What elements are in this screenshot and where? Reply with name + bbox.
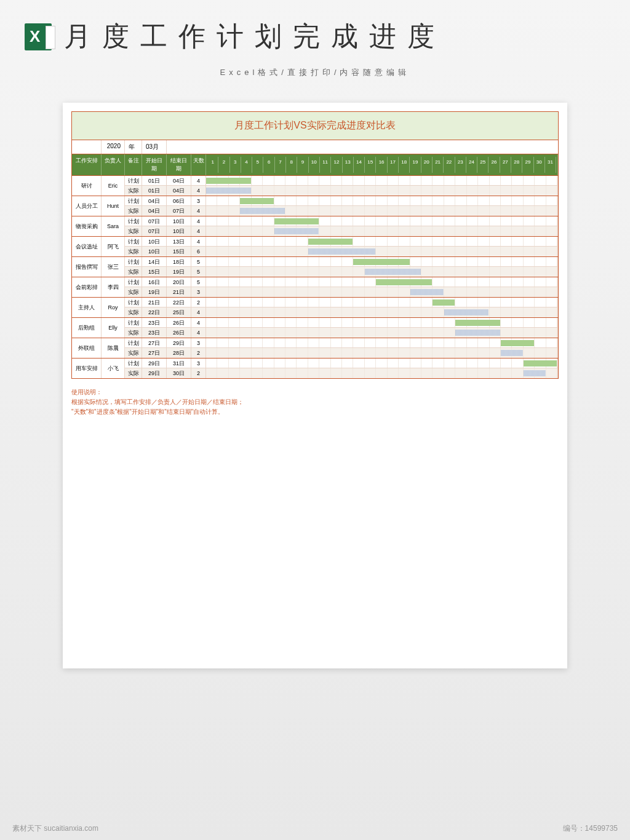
day-col: 17 [388, 157, 399, 173]
actual-end: 07日 [167, 206, 191, 216]
plan-row: 计划 16日 20日 5 [125, 277, 558, 287]
task-owner: 陈晨 [102, 338, 125, 358]
day-col: 18 [399, 157, 410, 173]
task-name: 会议选址 [72, 237, 102, 256]
day-col: 10 [309, 157, 320, 173]
plan-row: 计划 14日 18日 5 [125, 257, 558, 267]
usage-notes: 使用说明： 根据实际情况，填写工作安排／负责人／开始日期／结束日期； "天数"和… [71, 387, 559, 417]
actual-gantt [206, 307, 558, 317]
row-label: 计划 [125, 338, 142, 347]
task-name: 用车安排 [72, 359, 102, 378]
task-name: 报告撰写 [72, 257, 102, 277]
table-header: 工作安排 负责人 备注 开始日期 结束日期 天数 123456789101112… [71, 154, 559, 176]
actual-end: 25日 [167, 307, 191, 317]
task-row: 用车安排 小飞 计划 29日 31日 3 实际 29日 30日 2 [71, 359, 559, 379]
task-row: 会前彩排 李四 计划 16日 20日 5 实际 19日 21日 3 [71, 277, 559, 298]
actual-bar [240, 208, 285, 214]
row-label: 实际 [125, 348, 142, 358]
plan-row: 计划 01日 04日 4 [125, 176, 558, 186]
actual-days: 4 [191, 186, 206, 196]
actual-bar [206, 188, 252, 194]
day-col: 2 [218, 157, 229, 173]
task-owner: Sara [102, 216, 125, 236]
actual-end: 30日 [167, 368, 191, 378]
actual-start: 01日 [142, 186, 167, 196]
day-col: 22 [444, 157, 455, 173]
task-row: 后勤组 Elly 计划 23日 26日 4 实际 23日 26日 4 [71, 318, 559, 338]
plan-bar [433, 299, 455, 306]
actual-end: 28日 [167, 348, 191, 358]
page-title: 月度工作计划完成进度 [64, 18, 445, 55]
plan-row: 计划 10日 13日 4 [125, 237, 558, 247]
plan-end: 26日 [167, 318, 191, 327]
row-label: 实际 [125, 328, 142, 338]
plan-bar [501, 340, 535, 346]
task-name: 后勤组 [72, 318, 102, 338]
actual-row: 实际 27日 28日 2 [125, 348, 558, 358]
actual-days: 6 [191, 247, 206, 256]
plan-start: 21日 [142, 298, 167, 307]
plan-days: 3 [191, 338, 206, 347]
row-label: 实际 [125, 267, 142, 277]
actual-bar [308, 248, 377, 255]
plan-start: 27日 [142, 338, 167, 347]
plan-gantt [206, 318, 558, 327]
row-label: 实际 [125, 206, 142, 216]
actual-gantt [206, 287, 558, 297]
day-col: 30 [534, 157, 545, 173]
plan-days: 5 [191, 257, 206, 266]
day-col: 7 [275, 157, 286, 173]
actual-gantt [206, 186, 558, 196]
task-name: 人员分工 [72, 196, 102, 216]
actual-days: 3 [191, 287, 206, 297]
day-col: 6 [263, 157, 274, 173]
day-col: 27 [500, 157, 511, 173]
plan-gantt [206, 338, 558, 347]
row-label: 计划 [125, 277, 142, 287]
notes-title: 使用说明： [71, 387, 559, 397]
actual-row: 实际 22日 25日 4 [125, 307, 558, 317]
hdr-note: 备注 [125, 154, 142, 175]
actual-start: 04日 [142, 206, 167, 216]
hdr-start: 开始日期 [142, 154, 167, 175]
actual-gantt [206, 206, 558, 216]
day-col: 11 [320, 157, 331, 173]
plan-gantt [206, 216, 558, 226]
plan-days: 5 [191, 277, 206, 287]
task-owner: Roy [102, 298, 125, 317]
day-col: 25 [477, 157, 488, 173]
actual-row: 实际 29日 30日 2 [125, 368, 558, 378]
plan-start: 04日 [142, 196, 167, 205]
actual-start: 15日 [142, 267, 167, 277]
plan-days: 4 [191, 237, 206, 246]
actual-row: 实际 15日 19日 5 [125, 267, 558, 277]
actual-start: 10日 [142, 247, 167, 256]
plan-row: 计划 27日 29日 3 [125, 338, 558, 348]
plan-start: 07日 [142, 216, 167, 226]
row-label: 计划 [125, 216, 142, 226]
row-label: 计划 [125, 257, 142, 266]
actual-row: 实际 07日 10日 4 [125, 226, 558, 236]
plan-end: 18日 [167, 257, 191, 266]
day-col: 15 [365, 157, 376, 173]
plan-end: 10日 [167, 216, 191, 226]
task-name: 主持人 [72, 298, 102, 317]
day-col: 4 [241, 157, 252, 173]
day-col: 1 [207, 157, 218, 173]
actual-gantt [206, 267, 558, 277]
actual-bar [274, 228, 320, 234]
task-name: 外联组 [72, 338, 102, 358]
plan-start: 14日 [142, 257, 167, 266]
plan-gantt [206, 257, 558, 266]
day-col: 20 [421, 157, 433, 173]
plan-row: 计划 07日 10日 4 [125, 216, 558, 226]
task-row: 主持人 Roy 计划 21日 22日 2 实际 22日 25日 4 [71, 298, 559, 318]
actual-row: 实际 04日 07日 4 [125, 206, 558, 216]
day-header: 1234567891011121314151617181920212223242… [206, 154, 558, 175]
task-owner: 小飞 [102, 359, 125, 378]
actual-end: 04日 [167, 186, 191, 196]
plan-bar [274, 218, 320, 224]
plan-gantt [206, 359, 558, 368]
actual-end: 15日 [167, 247, 191, 256]
day-col: 26 [488, 157, 500, 173]
